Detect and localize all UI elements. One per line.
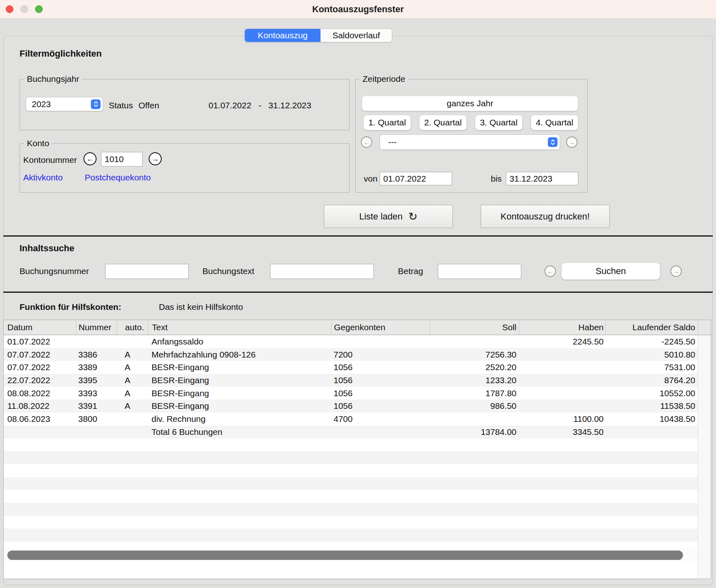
table-cell: 07.07.2022 <box>4 361 76 374</box>
arrow-right-icon: → <box>569 139 575 146</box>
table-row[interactable] <box>4 516 698 529</box>
buchungsjahr-select[interactable]: 2023 <box>26 97 103 111</box>
quartal-3-button[interactable]: 3. Quartal <box>475 115 523 130</box>
table-row[interactable] <box>4 503 698 516</box>
table-cell <box>116 451 148 464</box>
table-cell: 08.08.2022 <box>4 387 76 400</box>
table-cell: A <box>116 374 148 387</box>
table-row[interactable]: 01.07.2022Anfangssaldo2245.50-2245.50 <box>4 335 698 348</box>
table-cell: 11.08.2022 <box>4 399 76 412</box>
ganzes-jahr-button[interactable]: ganzes Jahr <box>362 96 578 111</box>
status-label: Status <box>109 101 133 110</box>
bis-label: bis <box>491 174 502 184</box>
table-cell: 13784.00 <box>430 426 519 439</box>
betrag-input[interactable] <box>438 264 521 279</box>
hilfskonten-label: Funktion für Hilfskonten: <box>20 302 121 312</box>
arrow-left-icon: ← <box>364 139 370 146</box>
table-row[interactable] <box>4 439 698 452</box>
table-row[interactable]: Total 6 Buchungen13784.003345.50 <box>4 426 698 439</box>
table-cell: 3386 <box>76 348 116 361</box>
period-prev-button[interactable]: ← <box>361 136 372 148</box>
table-row[interactable]: 07.07.20223389ABESR-Eingang10562520.2075… <box>4 361 698 374</box>
table-row[interactable]: 08.08.20223393ABESR-Eingang10561787.8010… <box>4 387 698 400</box>
table-row[interactable] <box>4 529 698 542</box>
table-cell: A <box>116 348 148 361</box>
table-row[interactable]: 11.08.20223391ABESR-Eingang1056986.50115… <box>4 399 698 412</box>
table-cell <box>430 529 519 542</box>
table-cell <box>148 529 331 542</box>
liste-laden-button[interactable]: Liste laden ↻ <box>324 205 453 228</box>
divider-line <box>3 235 713 237</box>
table-row[interactable] <box>4 477 698 490</box>
kontoauszug-drucken-button[interactable]: Kontoauszug drucken! <box>481 205 610 228</box>
table-cell <box>148 451 331 464</box>
table-row[interactable] <box>4 451 698 464</box>
quartal-2-button[interactable]: 2. Quartal <box>419 115 467 130</box>
table-cell: 22.07.2022 <box>4 374 76 387</box>
tab-kontoauszug[interactable]: Kontoauszug <box>245 29 321 42</box>
table-cell <box>430 516 519 529</box>
table-cell <box>76 426 116 439</box>
betrag-label: Betrag <box>398 266 423 276</box>
table-cell <box>331 335 430 348</box>
table-cell: 10552.00 <box>605 387 698 400</box>
table-cell: 1056 <box>331 399 430 412</box>
arrow-left-icon: ← <box>547 268 553 275</box>
horizontal-scrollbar-thumb[interactable] <box>7 551 683 560</box>
vertical-scrollbar-track[interactable] <box>698 335 711 579</box>
von-input[interactable] <box>380 172 452 185</box>
period-next-button[interactable]: → <box>566 136 578 148</box>
view-tabs: Kontoauszug Saldoverlauf <box>244 29 392 42</box>
status-value: Offen <box>138 101 159 110</box>
table-cell <box>4 426 76 439</box>
table-cell <box>519 464 605 477</box>
table-cell: 1100.00 <box>519 412 605 426</box>
table-cell <box>76 503 116 516</box>
konto-next-button[interactable]: → <box>149 152 162 165</box>
period-select[interactable]: --- <box>380 134 560 150</box>
table-cell <box>4 529 76 542</box>
table-cell <box>116 439 148 452</box>
konto-legend: Konto <box>24 138 52 148</box>
table-row[interactable] <box>4 464 698 477</box>
kontonummer-input[interactable] <box>101 152 143 167</box>
table-cell: 3393 <box>76 387 116 400</box>
table-cell: A <box>116 399 148 412</box>
table-cell <box>116 503 148 516</box>
tab-saldoverlauf[interactable]: Saldoverlauf <box>321 29 392 42</box>
title-bar: Kontoauszugsfenster <box>0 0 716 19</box>
bis-input[interactable] <box>506 172 578 185</box>
konto-prev-button[interactable]: ← <box>83 152 97 165</box>
table-row[interactable] <box>4 490 698 503</box>
table-cell <box>519 399 605 412</box>
search-next-button[interactable]: → <box>670 265 682 277</box>
postchequekonto-link[interactable]: Postchequekonto <box>85 173 151 182</box>
table-cell <box>605 439 698 452</box>
table-cell <box>519 529 605 542</box>
table-cell <box>519 490 605 503</box>
quartal-4-button[interactable]: 4. Quartal <box>531 115 578 130</box>
buchungstext-input[interactable] <box>270 264 374 279</box>
table-cell <box>76 477 116 490</box>
table-cell <box>4 439 76 452</box>
buchungsnummer-input[interactable] <box>105 264 189 279</box>
table-cell <box>430 490 519 503</box>
table-cell: 2245.50 <box>519 335 605 348</box>
table-cell <box>605 529 698 542</box>
table-cell <box>76 464 116 477</box>
table-row[interactable]: 08.06.20233800div. Rechnung47001100.0010… <box>4 412 698 426</box>
col-header-soll: Soll <box>430 320 519 335</box>
table-cell: A <box>116 361 148 374</box>
quartal-1-button[interactable]: 1. Quartal <box>363 115 411 130</box>
aktivkonto-link[interactable]: Aktivkonto <box>23 173 63 182</box>
table-cell <box>4 464 76 477</box>
search-prev-button[interactable]: ← <box>545 265 556 277</box>
table-cell <box>331 464 430 477</box>
buchungen-table: Datum Nummer auto. Text Gegenkonten Soll… <box>3 320 711 579</box>
horizontal-scrollbar-track[interactable] <box>4 548 698 562</box>
table-row[interactable]: 07.07.20223386AMehrfachzahlung 0908-1267… <box>4 348 698 361</box>
table-row[interactable]: 22.07.20223395ABESR-Eingang10561233.2087… <box>4 374 698 387</box>
table-cell <box>116 335 148 348</box>
suchen-button[interactable]: Suchen <box>561 263 660 280</box>
divider-line <box>3 292 713 293</box>
